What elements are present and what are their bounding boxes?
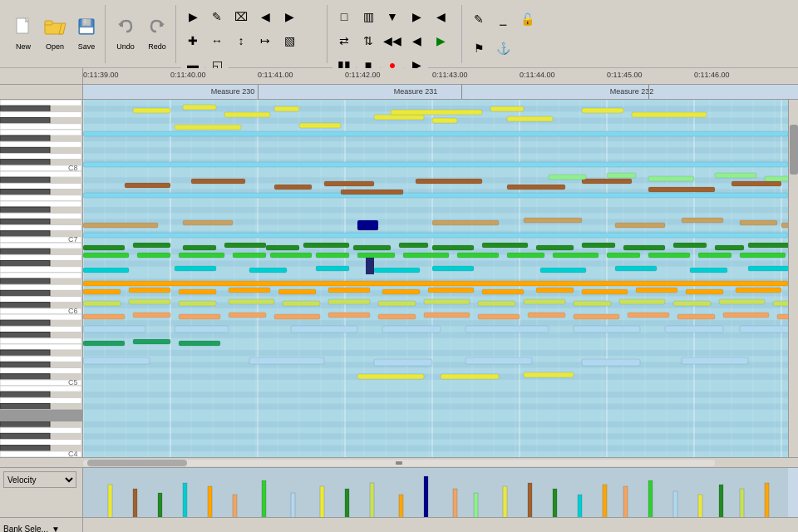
zoom-out-btn[interactable]: ◀ xyxy=(429,5,452,28)
horizontal-scrollbar-thumb[interactable] xyxy=(87,460,187,466)
prev-btn[interactable]: ◀ xyxy=(405,29,428,52)
pencil-tool[interactable]: ✎ xyxy=(467,7,490,31)
svg-rect-2 xyxy=(45,21,52,25)
horizontal-scrollbar[interactable] xyxy=(0,457,798,467)
select-tool[interactable]: ▶ xyxy=(181,5,204,28)
save-icon xyxy=(76,17,96,41)
bank-select-text: Bank Sele... xyxy=(3,525,48,532)
piano-roll xyxy=(0,100,83,457)
playback-cursor xyxy=(366,258,374,274)
toolbar: New Open Save xyxy=(0,0,798,68)
redo-icon xyxy=(147,17,167,41)
new-icon xyxy=(13,17,33,41)
time-tick-1: 0:11:40.00 xyxy=(170,71,206,79)
velocity-grid xyxy=(83,468,798,517)
stretch-tool[interactable]: ↦ xyxy=(254,29,277,52)
open-button[interactable]: Open xyxy=(40,9,70,59)
prev-tool[interactable]: ◀ xyxy=(254,5,277,28)
copy-tool[interactable]: □ xyxy=(332,5,356,28)
time-tick-4: 0:11:43.00 xyxy=(432,71,468,79)
edit-tools-group: ▶ ✎ ⌧ ◀ ▶ ✚ ↔ ↕ ↦ ▧ ▬ ◱ xyxy=(178,5,328,63)
velocity-selector[interactable]: Velocity xyxy=(3,471,76,488)
measure-230: Measure 230 xyxy=(150,87,316,96)
vertical-scrollbar-thumb[interactable] xyxy=(790,125,798,175)
svg-rect-6 xyxy=(84,19,86,23)
move-tool[interactable]: ✚ xyxy=(181,29,204,52)
file-tools-group: New Open Save xyxy=(5,5,106,63)
paste-tool[interactable]: ▥ xyxy=(357,5,380,28)
new-button[interactable]: New xyxy=(8,9,38,59)
velocity-area: Velocity xyxy=(0,467,798,517)
measure-ruler: Measure 230 Measure 231 Measure 232 xyxy=(83,85,798,99)
undo-label: Undo xyxy=(116,42,135,51)
bank-select-label[interactable]: Bank Sele... ▼ xyxy=(0,518,83,532)
play-btn[interactable]: ▶ xyxy=(429,29,452,52)
undo-tools-group: Undo Redo xyxy=(107,5,176,63)
note-grid[interactable] xyxy=(83,100,798,457)
timeline-ruler: 0:11:39.00 0:11:40.00 0:11:41.00 0:11:42… xyxy=(83,68,798,84)
flag-tool[interactable]: ⚑ xyxy=(467,37,490,60)
redo-button[interactable]: Redo xyxy=(142,9,172,59)
measure-bar: Measure 230 Measure 231 Measure 232 xyxy=(0,85,798,100)
move-h-tool[interactable]: ↔ xyxy=(205,29,229,52)
time-tick-3: 0:11:42.00 xyxy=(345,71,381,79)
draw-tool[interactable]: ✎ xyxy=(205,5,229,28)
svg-rect-7 xyxy=(80,27,93,33)
next-tool[interactable]: ▶ xyxy=(278,5,301,28)
bank-dropdown-icon[interactable]: ▼ xyxy=(52,525,60,532)
time-tick-7: 0:11:46.00 xyxy=(694,71,730,79)
main-area xyxy=(0,100,798,457)
timeline-row: 0:11:39.00 0:11:40.00 0:11:41.00 0:11:42… xyxy=(0,68,798,85)
paste-drop[interactable]: ▼ xyxy=(381,5,404,28)
hscroll-center-indicator xyxy=(396,461,402,465)
line-tool[interactable]: ⎯ xyxy=(491,7,515,31)
measure-231: Measure 231 xyxy=(332,87,499,96)
zoom-h-btn[interactable]: ⇄ xyxy=(332,29,356,52)
rewind-btn[interactable]: ◀◀ xyxy=(381,29,404,52)
measure-232: Measure 232 xyxy=(549,87,715,96)
piano-header-stub xyxy=(0,68,83,84)
time-tick-5: 0:11:44.00 xyxy=(520,71,555,79)
save-label: Save xyxy=(78,42,96,51)
bank-area: Bank Sele... ▼ xyxy=(0,517,798,532)
undo-button[interactable]: Undo xyxy=(111,9,140,59)
vertical-scrollbar[interactable] xyxy=(788,100,798,457)
undo-icon xyxy=(116,17,135,41)
time-tick-2: 0:11:41.00 xyxy=(258,71,293,79)
lock-tool[interactable]: 🔓 xyxy=(515,7,539,31)
time-tick-6: 0:11:45.00 xyxy=(607,71,643,79)
transport-group: □ ▥ ▼ ▶ ◀ ⇄ ⇅ ◀◀ ◀ ▶ ▮▮ ■ ● ▶ xyxy=(329,5,462,63)
open-icon xyxy=(43,17,66,41)
velocity-label-panel: Velocity xyxy=(0,468,83,517)
measure-piano-stub xyxy=(0,85,83,99)
open-label: Open xyxy=(46,42,64,51)
erase-tool[interactable]: ⌧ xyxy=(229,5,253,28)
move-v-tool[interactable]: ↕ xyxy=(229,29,253,52)
time-tick-0: 0:11:39.00 xyxy=(83,71,119,79)
zoom-in-btn[interactable]: ▶ xyxy=(405,5,428,28)
redo-label: Redo xyxy=(148,42,166,51)
zoom-v-btn[interactable]: ⇅ xyxy=(357,29,380,52)
misc-tools-group: ✎ ⎯ 🔓 ⚑ ⚓ xyxy=(464,5,547,63)
save-button[interactable]: Save xyxy=(71,9,101,59)
link-tool[interactable]: ⚓ xyxy=(491,37,515,60)
quantize-tool[interactable]: ▧ xyxy=(278,29,301,52)
new-label: New xyxy=(16,42,31,51)
